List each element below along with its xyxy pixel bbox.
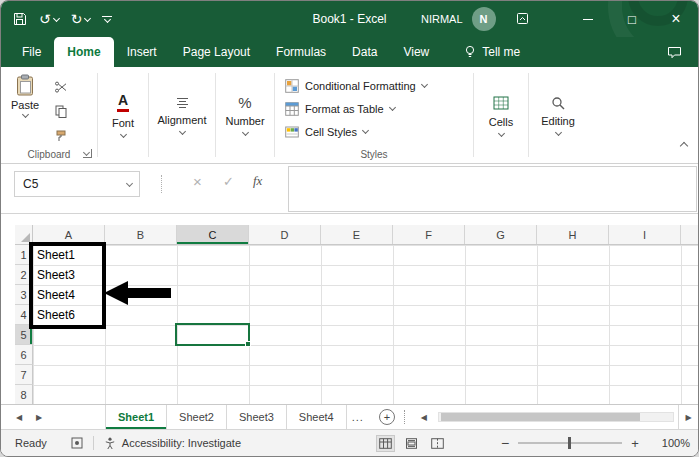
cut-button[interactable]	[55, 79, 67, 97]
page-layout-view-button[interactable]	[403, 436, 420, 451]
column-header-e[interactable]: E	[321, 225, 393, 244]
ribbon-display-options-button[interactable]	[516, 12, 529, 25]
accessibility-status-button[interactable]: Accessibility: Investigate	[104, 437, 241, 450]
annotation-arrow-icon	[104, 281, 128, 305]
new-sheet-button[interactable]: +	[379, 409, 395, 425]
excel-window: ↺ ↻ Book1 - Excel NIRMAL N □ × File Home	[0, 0, 699, 457]
status-bar: Ready Accessibility: Investigate − + 100	[1, 429, 698, 456]
tab-data[interactable]: Data	[339, 37, 390, 67]
redo-icon: ↻	[71, 12, 83, 26]
sheet-overflow-indicator[interactable]: ...	[347, 405, 369, 429]
column-header-i[interactable]: I	[609, 225, 681, 244]
styles-group: Conditional Formatting Format as Table C…	[275, 67, 473, 163]
row-header-6[interactable]: 6	[15, 345, 33, 365]
editing-group-label: Editing	[541, 115, 575, 127]
editing-group-button[interactable]: Editing	[529, 67, 587, 163]
previous-sheet-button[interactable]: ◀	[9, 405, 29, 429]
tell-me-button[interactable]: Tell me	[464, 37, 520, 67]
close-icon: ×	[671, 10, 680, 28]
macro-record-button[interactable]	[71, 437, 83, 449]
redo-button[interactable]: ↻	[71, 12, 91, 26]
normal-view-button[interactable]	[377, 436, 394, 451]
tab-page-layout[interactable]: Page Layout	[170, 37, 263, 67]
font-group-button[interactable]: A Font	[98, 67, 148, 163]
spreadsheet-grid: A B C D E F G H I 1 2 3 4 5 6 7 8 Sheet1…	[1, 214, 698, 404]
chevron-down-icon	[53, 14, 60, 21]
format-as-table-button[interactable]: Format as Table	[285, 97, 473, 120]
copy-button[interactable]	[55, 104, 67, 122]
conditional-formatting-button[interactable]: Conditional Formatting	[285, 74, 473, 97]
format-painter-button[interactable]	[55, 129, 67, 147]
column-header-h[interactable]: H	[537, 225, 609, 244]
alignment-icon	[176, 97, 189, 109]
selected-cell-c5[interactable]	[175, 323, 250, 346]
number-group-button[interactable]: % Number	[216, 67, 274, 163]
accessibility-label: Accessibility: Investigate	[122, 437, 241, 449]
zoom-out-button[interactable]: −	[498, 435, 512, 451]
column-header-f[interactable]: F	[393, 225, 465, 244]
sheet-tab-sheet1[interactable]: Sheet1	[105, 405, 167, 429]
column-header-g[interactable]: G	[465, 225, 537, 244]
column-header-b[interactable]: B	[105, 225, 177, 244]
title-bar: ↺ ↻ Book1 - Excel NIRMAL N □ ×	[1, 1, 698, 37]
tab-formulas[interactable]: Formulas	[263, 37, 339, 67]
save-button[interactable]	[13, 12, 27, 26]
comments-button[interactable]	[667, 37, 682, 67]
chevron-down-icon	[362, 127, 369, 134]
enter-button[interactable]: ✓	[223, 174, 234, 189]
tab-file[interactable]: File	[9, 37, 54, 67]
collapse-ribbon-button[interactable]	[681, 135, 687, 153]
chevron-down-icon	[554, 128, 561, 135]
cells-group-button[interactable]: Cells	[474, 67, 528, 163]
row-header-8[interactable]: 8	[15, 385, 33, 405]
horizontal-scrollbar[interactable]	[438, 412, 674, 422]
column-header-partial[interactable]	[681, 225, 698, 244]
column-header-d[interactable]: D	[249, 225, 321, 244]
grid-cells-area[interactable]	[33, 245, 698, 404]
tab-insert[interactable]: Insert	[114, 37, 170, 67]
cell-styles-button[interactable]: Cell Styles	[285, 120, 473, 143]
zoom-in-button[interactable]: +	[628, 436, 642, 451]
next-sheet-button[interactable]: ▶	[29, 405, 49, 429]
customize-quick-access-toolbar-button[interactable]	[102, 16, 112, 22]
scroll-left-button[interactable]: ◀	[414, 405, 434, 429]
window-controls: □ ×	[566, 1, 698, 37]
undo-button[interactable]: ↺	[39, 12, 59, 26]
chevron-down-icon[interactable]	[119, 183, 139, 186]
sheet-tab-sheet2[interactable]: Sheet2	[167, 405, 227, 429]
zoom-level[interactable]: 100%	[654, 437, 690, 449]
minimize-button[interactable]	[566, 1, 610, 37]
name-box-value: C5	[15, 177, 119, 191]
account-area[interactable]: NIRMAL N	[421, 1, 496, 37]
clipboard-dialog-launcher-icon[interactable]	[83, 149, 92, 158]
name-box[interactable]: C5	[14, 171, 140, 197]
zoom-slider[interactable]	[518, 442, 622, 444]
cancel-button[interactable]: ×	[193, 173, 202, 190]
insert-function-button[interactable]: fx	[253, 173, 262, 189]
sheet-tab-sheet3[interactable]: Sheet3	[227, 405, 287, 429]
paste-button[interactable]: Paste	[11, 74, 39, 117]
close-button[interactable]: ×	[654, 1, 698, 37]
save-icon	[13, 12, 27, 26]
sheet-tab-sheet4[interactable]: Sheet4	[287, 405, 347, 429]
maximize-button[interactable]: □	[610, 1, 654, 37]
chevron-down-icon	[497, 129, 504, 136]
formula-input[interactable]	[288, 166, 697, 212]
scrollbar-thumb[interactable]	[441, 413, 640, 421]
alignment-group-button[interactable]: Alignment	[149, 67, 215, 163]
format-painter-icon	[55, 130, 67, 143]
conditional-formatting-label: Conditional Formatting	[305, 80, 416, 92]
number-group-label: Number	[225, 115, 264, 127]
scroll-right-button[interactable]: ▶	[678, 405, 698, 429]
font-group-label: Font	[112, 117, 134, 129]
row-header-7[interactable]: 7	[15, 365, 33, 385]
fill-handle[interactable]	[245, 341, 251, 347]
ribbon-tab-row: File Home Insert Page Layout Formulas Da…	[1, 37, 698, 67]
page-break-preview-button[interactable]	[429, 436, 446, 451]
zoom-slider-thumb[interactable]	[568, 437, 571, 449]
tab-home[interactable]: Home	[54, 37, 113, 67]
column-header-c[interactable]: C	[177, 225, 249, 244]
tab-view[interactable]: View	[390, 37, 442, 67]
avatar[interactable]: N	[472, 7, 496, 31]
divider	[161, 175, 162, 193]
